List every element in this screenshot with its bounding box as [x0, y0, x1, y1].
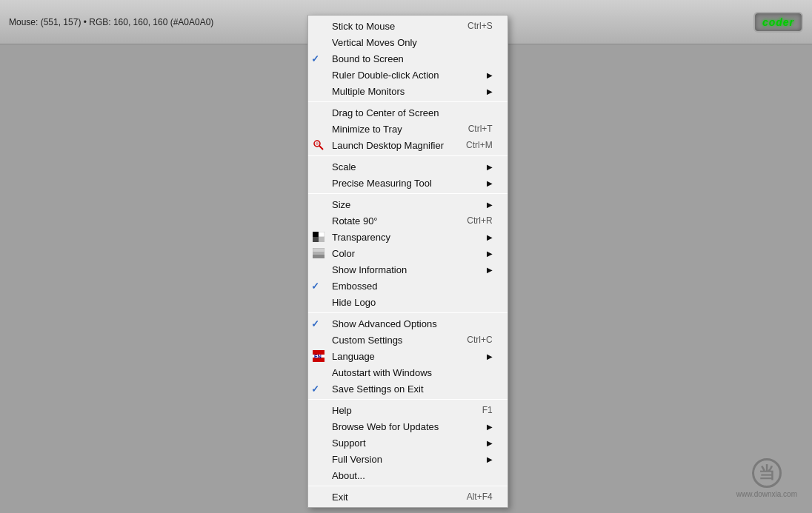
menu-item-save-settings[interactable]: ✓Save Settings on Exit: [308, 380, 508, 397]
menu-item-hide-logo[interactable]: Hide Logo: [308, 294, 508, 310]
menu-item-size[interactable]: Size▶: [308, 196, 508, 212]
menu-item-autostart[interactable]: Autostart with Windows: [308, 364, 508, 380]
menu-item-show-advanced[interactable]: ✓Show Advanced Options: [308, 315, 508, 332]
menu-item-exit[interactable]: ExitAlt+F4: [308, 489, 508, 505]
menu-shortcut: Ctrl+C: [445, 335, 492, 345]
menu-label: Transparency: [332, 232, 472, 243]
menu-label: Minimize to Tray: [332, 124, 446, 135]
menu-label: Ruler Double-click Action: [332, 70, 472, 81]
menu-shortcut: Ctrl+M: [444, 140, 493, 150]
check-icon: ✓: [311, 53, 319, 64]
svg-rect-6: [319, 237, 325, 242]
submenu-arrow-icon: ▶: [472, 163, 493, 171]
menu-item-help[interactable]: HelpF1: [308, 402, 508, 418]
coder-logo: coder: [753, 12, 803, 33]
menu-separator: [308, 155, 508, 156]
svg-rect-5: [313, 237, 319, 242]
watermark-site: www.downxia.com: [736, 490, 797, 498]
menu-label: Vertical Moves Only: [332, 37, 493, 48]
menu-label: Full Version: [332, 454, 472, 465]
transparency-icon: [311, 229, 326, 244]
menu-label: Bound to Screen: [332, 53, 493, 64]
menu-item-drag-to-center[interactable]: Drag to Center of Screen: [308, 104, 508, 121]
submenu-arrow-icon: ▶: [472, 179, 493, 187]
svg-point-1: [316, 142, 319, 145]
menu-label: Stick to Mouse: [332, 21, 445, 32]
menu-item-launch-magnifier[interactable]: Launch Desktop MagnifierCtrl+M: [308, 137, 508, 153]
menu-item-precise-measuring[interactable]: Precise Measuring Tool▶: [308, 175, 508, 191]
menu-label: Custom Settings: [332, 335, 445, 346]
menu-item-show-information[interactable]: Show Information▶: [308, 261, 508, 278]
menu-item-ruler-double-click[interactable]: Ruler Double-click Action▶: [308, 67, 508, 83]
menu-item-about[interactable]: About...: [308, 467, 508, 483]
menu-label: Autostart with Windows: [332, 367, 493, 378]
menu-item-full-version[interactable]: Full Version▶: [308, 451, 508, 467]
watermark: 当 www.downxia.com: [736, 458, 797, 498]
magnifier-icon: [311, 138, 326, 152]
color-icon: [311, 246, 326, 261]
menu-label: Language: [332, 351, 472, 362]
menu-label: Precise Measuring Tool: [332, 178, 472, 189]
menu-item-custom-settings[interactable]: Custom SettingsCtrl+C: [308, 332, 508, 348]
check-icon: ✓: [311, 318, 319, 329]
check-icon: ✓: [311, 281, 319, 292]
menu-item-language[interactable]: EN Language▶: [308, 348, 508, 364]
submenu-arrow-icon: ▶: [472, 423, 493, 431]
menu-label: Browse Web for Updates: [332, 421, 472, 432]
menu-separator: [308, 312, 508, 313]
menu-shortcut: Ctrl+R: [445, 215, 492, 226]
submenu-arrow-icon: ▶: [472, 455, 493, 463]
menu-shortcut: Ctrl+S: [445, 21, 493, 31]
menu-label: Scale: [332, 161, 472, 172]
check-icon: ✓: [311, 383, 319, 395]
menu-label: Support: [332, 437, 472, 449]
menu-label: Color: [332, 248, 472, 259]
svg-rect-9: [313, 255, 325, 258]
menu-label: Hide Logo: [332, 297, 493, 308]
menu-item-vertical-moves-only[interactable]: Vertical Moves Only: [308, 34, 508, 50]
menu-label: Multiple Monitors: [332, 86, 472, 97]
svg-line-2: [319, 146, 323, 150]
menu-item-stick-to-mouse[interactable]: Stick to MouseCtrl+S: [308, 18, 508, 34]
menu-item-multiple-monitors[interactable]: Multiple Monitors▶: [308, 83, 508, 99]
svg-text:EN: EN: [314, 354, 322, 359]
menu-separator: [308, 486, 508, 486]
menu-label: Size: [332, 199, 472, 210]
submenu-arrow-icon: ▶: [472, 266, 493, 274]
svg-rect-4: [319, 232, 325, 237]
submenu-arrow-icon: ▶: [472, 87, 493, 95]
menu-shortcut: F1: [460, 405, 493, 415]
menu-label: Drag to Center of Screen: [332, 107, 493, 118]
menu-label: Show Information: [332, 264, 472, 275]
submenu-arrow-icon: ▶: [472, 71, 493, 79]
context-menu: Stick to MouseCtrl+SVertical Moves Only✓…: [307, 15, 508, 508]
submenu-arrow-icon: ▶: [472, 249, 493, 258]
menu-label: Embossed: [332, 281, 493, 292]
submenu-arrow-icon: ▶: [472, 233, 493, 241]
menu-item-minimize-to-tray[interactable]: Minimize to TrayCtrl+T: [308, 121, 508, 137]
svg-rect-8: [313, 252, 325, 255]
menu-label: Show Advanced Options: [332, 318, 493, 329]
svg-rect-3: [313, 232, 319, 237]
menu-label: Rotate 90°: [332, 215, 445, 227]
menu-item-browse-web[interactable]: Browse Web for Updates▶: [308, 418, 508, 435]
menu-item-color[interactable]: Color▶: [308, 245, 508, 261]
watermark-circle: 当: [752, 458, 782, 488]
language-icon: EN: [311, 349, 326, 363]
menu-shortcut: Ctrl+T: [446, 124, 493, 134]
submenu-arrow-icon: ▶: [472, 201, 493, 209]
menu-item-bound-to-screen[interactable]: ✓Bound to Screen: [308, 50, 508, 67]
menu-label: About...: [332, 470, 493, 481]
menu-separator: [308, 399, 508, 400]
menu-label: Help: [332, 405, 460, 416]
menu-label: Launch Desktop Magnifier: [332, 140, 444, 151]
mouse-info: Mouse: (551, 157) • RGB: 160, 160, 160 (…: [9, 17, 213, 27]
menu-item-support[interactable]: Support▶: [308, 435, 508, 451]
menu-item-scale[interactable]: Scale▶: [308, 158, 508, 175]
menu-separator: [308, 193, 508, 194]
menu-label: Save Settings on Exit: [332, 383, 493, 395]
menu-item-rotate[interactable]: Rotate 90°Ctrl+R: [308, 212, 508, 229]
menu-item-transparency[interactable]: Transparency▶: [308, 229, 508, 245]
submenu-arrow-icon: ▶: [472, 439, 493, 447]
menu-item-embossed[interactable]: ✓Embossed: [308, 278, 508, 294]
